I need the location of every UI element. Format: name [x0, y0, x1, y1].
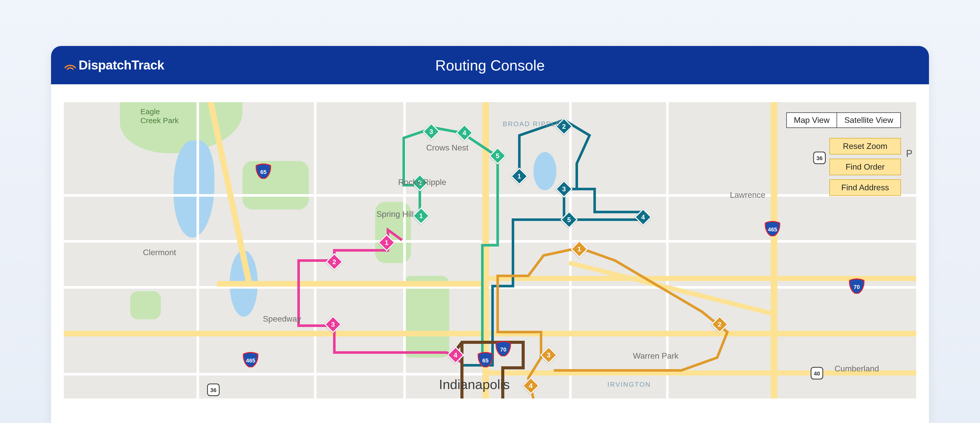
map-canvas[interactable]: 1 2 3 4 5 1 2 3 4 5 1 2 3 4 1 2 3 4 Eagl… [64, 102, 916, 399]
page-title: Routing Console [435, 57, 545, 74]
label-p-fragment: P [906, 148, 912, 159]
action-buttons: Reset Zoom Find Order Find Address [829, 138, 901, 196]
shield-i65-c: 65 [477, 352, 493, 367]
logo: DispatchTrack [64, 58, 164, 73]
shield-us36-w: 36 [207, 383, 220, 396]
shield-i65-nw: 65 [255, 163, 272, 179]
label-cumberland: Cumberland [835, 364, 879, 374]
label-clermont: Clermont [143, 248, 176, 257]
find-address-button[interactable]: Find Address [829, 179, 901, 196]
label-rocky-ripple: Rocky Ripple [398, 177, 446, 187]
shield-i70-c: 70 [495, 341, 511, 356]
shield-us40-e: 40 [810, 367, 824, 380]
satellite-view-button[interactable]: Satellite View [837, 113, 900, 128]
label-spring-hill: Spring Hill [376, 209, 414, 219]
logo-text-2: Track [131, 58, 164, 73]
shield-us36-ne: 36 [813, 151, 826, 164]
map-view-button[interactable]: Map View [787, 113, 837, 128]
label-crows-nest: Crows Nest [426, 143, 468, 153]
shield-i70-e: 70 [849, 278, 865, 294]
label-warren-park: Warren Park [633, 351, 678, 361]
label-speedway: Speedway [263, 314, 301, 324]
view-toggle: Map View Satellite View [786, 112, 901, 128]
label-eagle-creek: Eagle Creek Park [140, 107, 179, 125]
label-irvington: IRVINGTON [608, 381, 651, 388]
label-lawrence: Lawrence [730, 190, 765, 200]
shield-i465-w: 465 [242, 352, 259, 367]
logo-text-1: Dispatch [79, 58, 131, 73]
header-bar: DispatchTrack Routing Console [51, 46, 929, 84]
shield-i465-e: 465 [764, 221, 781, 236]
label-broad-ripple: BROAD RIPPLE [503, 120, 561, 128]
app-window: DispatchTrack Routing Console [51, 46, 929, 423]
reset-zoom-button[interactable]: Reset Zoom [829, 138, 901, 155]
label-indianapolis: Indianapolis [439, 377, 510, 392]
logo-wifi-icon [64, 61, 76, 70]
find-order-button[interactable]: Find Order [829, 159, 901, 175]
